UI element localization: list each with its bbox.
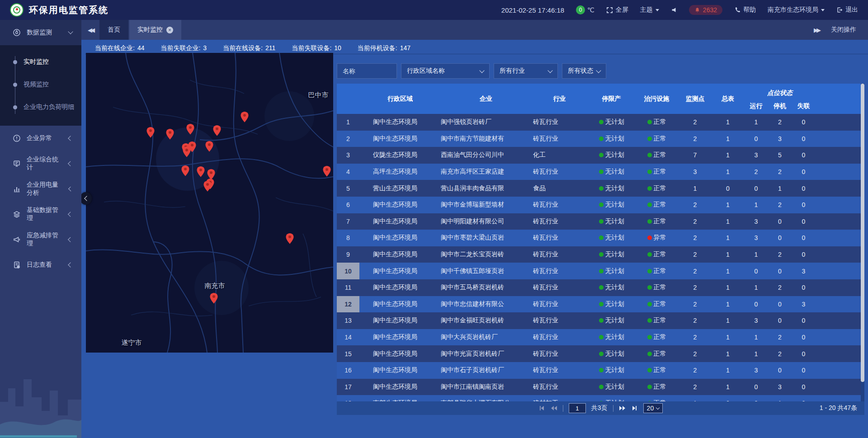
cell-company: 营山县润丰肉食品有限 (441, 180, 531, 197)
map-pin-icon[interactable] (323, 166, 331, 177)
table-row[interactable]: 6阆中生态环境局阆中市金博瑞新型墙材砖瓦行业无计划正常21120 (337, 197, 861, 213)
tab-首页[interactable]: 首页 (99, 20, 128, 40)
cell-industry: 砖瓦行业 (531, 279, 588, 296)
status-dot-icon (647, 302, 652, 306)
sidebar-group-label: 应急减排管理 (27, 231, 63, 248)
next-page-button[interactable] (619, 405, 626, 411)
status-dot-icon (599, 235, 604, 240)
sidebar-group-label: 日志查看 (27, 261, 52, 269)
map-pin-icon[interactable] (203, 181, 212, 192)
table-row[interactable]: 16阆中生态环境局阆中市石子页岩机砖厂砖瓦行业无计划正常21300 (337, 362, 861, 379)
last-page-button[interactable] (632, 405, 638, 411)
table-row[interactable]: 14阆中生态环境局阆中大兴页岩机砖厂砖瓦行业无计划正常21120 (337, 329, 861, 346)
table-row[interactable]: 5营山生态环境局营山县润丰肉食品有限食品无计划正常10010 (337, 180, 861, 197)
status-dot-icon (599, 153, 604, 157)
status-filter-select[interactable]: 所有状态 (562, 63, 606, 79)
close-icon[interactable]: × (166, 27, 173, 33)
cell-industry: 建材加工 (531, 395, 588, 401)
close-operations-button[interactable]: 关闭操作 (831, 26, 856, 34)
table-row[interactable]: 10阆中生态环境局阆中千佛镇五郎垭页岩砖瓦行业无计划正常21003 (337, 263, 861, 279)
sidebar-group-alert[interactable]: 企业异常 (0, 126, 81, 151)
theme-dropdown[interactable]: 主题 (640, 6, 659, 14)
table-row[interactable]: 18南部生态环境局南部县瑞华大理石有限公建材加工无计划正常10010 (337, 395, 861, 401)
page-number-input[interactable] (569, 403, 586, 413)
cell-industry: 砖瓦行业 (531, 379, 588, 396)
row-number: 3 (337, 147, 359, 164)
cell-facility-status: 正常 (635, 131, 678, 147)
map-pin-icon[interactable] (205, 141, 213, 152)
notification-badge[interactable]: 2632 (689, 5, 722, 15)
map-pin-icon[interactable] (146, 127, 155, 138)
table-row[interactable]: 8阆中生态环境局阆中市枣碧大梁山页岩砖瓦行业无计划异常21300 (337, 230, 861, 246)
industry-filter-select[interactable]: 所有行业 (494, 63, 558, 79)
cell-lost: 0 (791, 379, 816, 396)
col-facility: 治污设施 (635, 84, 678, 114)
cell-lost: 3 (791, 296, 816, 313)
scrollbar-thumb[interactable] (861, 84, 864, 382)
status-dot-icon (647, 186, 652, 191)
table-row[interactable]: 13阆中生态环境局阆中市金福旺页岩机砖砖瓦行业无计划正常21300 (337, 312, 861, 329)
table-row[interactable]: 1阆中生态环境局阆中强锐页岩砖厂砖瓦行业无计划正常21120 (337, 114, 861, 131)
status-dot-icon (647, 335, 652, 339)
table-row[interactable]: 2阆中生态环境局阆中市南方节能建材有砖瓦行业无计划正常21030 (337, 131, 861, 147)
sidebar-group-log[interactable]: 日志查看 (0, 252, 81, 278)
chevron-down-icon (68, 29, 73, 34)
cell-company: 阆中市光富页岩机砖厂 (441, 345, 531, 362)
sidebar-item[interactable]: 实时监控 (0, 51, 81, 73)
tabs-scroll-right-button[interactable]: ▶▶ (814, 27, 819, 33)
first-page-button[interactable] (538, 405, 545, 411)
mute-button[interactable] (671, 7, 677, 13)
cell-points: 2 (678, 329, 712, 346)
row-number: 4 (337, 164, 359, 180)
sidebar-item-label: 视频监控 (24, 80, 49, 89)
org-dropdown[interactable]: 南充市生态环境局 (768, 6, 825, 14)
table-row[interactable]: 17阆中生态环境局阆中市江南镇阆南页岩砖瓦行业无计划正常21030 (337, 379, 861, 396)
sidebar-group-gauge[interactable]: 数据监测 (0, 20, 81, 45)
sidebar-group-layers[interactable]: 基础数据管理 (0, 202, 81, 227)
map-pin-icon[interactable] (166, 129, 174, 140)
cell-facility-status: 正常 (635, 164, 678, 180)
table-row[interactable]: 15阆中生态环境局阆中市光富页岩机砖厂砖瓦行业无计划正常21120 (337, 345, 861, 362)
chevron-left-icon (84, 196, 89, 201)
map-pin-icon[interactable] (183, 146, 191, 157)
bullet-icon (13, 83, 17, 87)
fullscreen-button[interactable]: 全屏 (606, 6, 628, 14)
cell-points: 2 (678, 263, 712, 279)
table-row[interactable]: 9阆中生态环境局阆中市二龙长宝页岩砖砖瓦行业无计划正常21120 (337, 246, 861, 263)
page-size-select[interactable]: 20 (643, 403, 663, 413)
sidebar-item[interactable]: 企业电力负荷明细 (0, 96, 81, 118)
sidebar-group-board[interactable]: 企业综合统计 (0, 151, 81, 176)
region-filter-select[interactable]: 行政区域名称 (401, 63, 490, 79)
sidebar-group-label: 企业综合统计 (27, 155, 63, 172)
status-dot-icon (647, 203, 652, 207)
map-pin-icon[interactable] (213, 125, 221, 136)
col-points: 监测点 (678, 84, 712, 114)
map-pin-icon[interactable] (181, 165, 189, 176)
table-row[interactable]: 3仪陇生态环境局西南油气田分公司川中化工无计划正常71350 (337, 147, 861, 164)
table-row[interactable]: 12阆中生态环境局阆中市忠信建材有限公砖瓦行业无计划正常21003 (337, 296, 861, 313)
prev-page-button[interactable] (550, 405, 557, 411)
tab-实时监控[interactable]: 实时监控× (129, 20, 181, 40)
map-pin-icon[interactable] (210, 293, 218, 304)
sidebar-group-horn[interactable]: 应急减排管理 (0, 227, 81, 252)
table-row[interactable]: 7阆中生态环境局阆中明阳建材有限公司砖瓦行业无计划正常21300 (337, 213, 861, 230)
table-row[interactable]: 4高坪生态环境局南充市高坪区王家店建砖瓦行业无计划正常31220 (337, 164, 861, 180)
map-pin-icon[interactable] (197, 166, 205, 177)
sidebar-group-chart[interactable]: 企业用电量分析 (0, 176, 81, 202)
map-pin-icon[interactable] (186, 124, 194, 135)
cell-facility-status: 正常 (635, 147, 678, 164)
tabs-scroll-left-button[interactable]: ◀◀ (81, 20, 99, 40)
name-filter-input[interactable] (343, 67, 391, 75)
cell-company: 南充市高坪区王家店建 (441, 164, 531, 180)
sidebar-item[interactable]: 视频监控 (0, 73, 81, 96)
help-button[interactable]: 帮助 (734, 6, 756, 14)
map-pin-icon[interactable] (241, 112, 249, 122)
stat-item: 当前在线企业:44 (95, 44, 144, 52)
map-pin-icon[interactable] (286, 233, 294, 244)
exit-button[interactable]: 退出 (836, 6, 858, 14)
cell-facility-status: 正常 (635, 296, 678, 313)
cell-run: 1 (744, 329, 769, 346)
table-row[interactable]: 11阆中生态环境局阆中市五马桥页岩机砖砖瓦行业无计划正常21120 (337, 279, 861, 296)
map-collapse-button[interactable] (80, 192, 92, 205)
map-canvas[interactable]: 巴中市南充市遂宁市 (86, 53, 333, 353)
